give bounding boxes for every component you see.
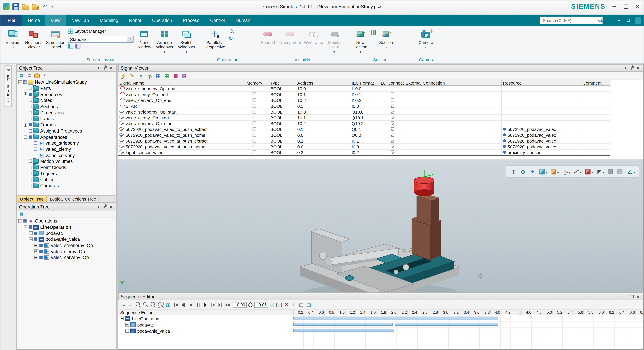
gantt-row[interactable] xyxy=(293,322,643,328)
relations-viewer-button[interactable]: Relations Viewer xyxy=(22,27,45,49)
tree-row[interactable]: Operations xyxy=(16,218,116,224)
tree-grid-icon[interactable]: ▦ xyxy=(19,211,24,217)
signal-toolbar-icon[interactable] xyxy=(164,72,170,79)
command-search[interactable] xyxy=(540,16,603,24)
column-header[interactable]: Address xyxy=(296,80,350,85)
simulation-monitor-tab[interactable]: Simulation Monitor xyxy=(4,65,12,106)
visibility-checkbox[interactable] xyxy=(28,184,32,187)
expander-icon[interactable] xyxy=(125,329,129,333)
tree-row[interactable]: Assigned Prototypes xyxy=(16,128,116,134)
plc-connection-checkbox[interactable] xyxy=(391,145,394,148)
tree-row[interactable]: Labels xyxy=(16,116,116,122)
tree-row[interactable]: valec_cerveny_Op xyxy=(16,255,116,261)
layout-manager-toggle[interactable]: Layout Manager xyxy=(68,28,134,34)
visibility-checkbox[interactable] xyxy=(28,99,32,102)
viewport-tool-icon[interactable] xyxy=(596,168,602,175)
signal-row[interactable]: valec_strieborny_Op_start BOOL 10.0 Q10.… xyxy=(118,109,610,115)
viewport-tool-icon[interactable] xyxy=(573,168,580,175)
memory-checkbox[interactable] xyxy=(252,86,256,90)
column-header[interactable]: IEC Format xyxy=(350,80,381,85)
viewport-tool[interactable] xyxy=(584,168,593,175)
sequence-toolbar-icon[interactable] xyxy=(306,302,312,308)
tree-row[interactable]: Sections xyxy=(16,103,116,109)
signal-row[interactable]: Light_sensor_valec BOOL 0.2 I0.2 proximi… xyxy=(118,150,610,155)
plc-connection-checkbox[interactable] xyxy=(391,116,394,119)
expander-icon[interactable] xyxy=(34,256,38,259)
viewport-tool[interactable] xyxy=(529,168,536,175)
expander-icon[interactable] xyxy=(29,231,33,235)
section-settings-icon[interactable] xyxy=(371,30,376,35)
mdi-restore-button[interactable]: ❐ xyxy=(625,17,632,23)
plc-connection-checkbox[interactable] xyxy=(391,92,394,96)
ribbon-tab[interactable]: Operation xyxy=(146,15,178,26)
visibility-checkbox[interactable] xyxy=(34,154,37,157)
viewers-button[interactable]: Viewers xyxy=(4,27,22,50)
plc-connection-checkbox[interactable] xyxy=(391,133,394,137)
chevron-down-icon[interactable] xyxy=(603,168,604,175)
gantt-bar[interactable] xyxy=(293,317,498,319)
viewport-tool-icon[interactable] xyxy=(617,168,623,175)
chevron-down-icon[interactable] xyxy=(569,168,570,175)
tree-row[interactable]: Motion Volumes xyxy=(16,158,116,164)
expander-icon[interactable] xyxy=(34,250,38,253)
plc-connection-checkbox[interactable] xyxy=(391,86,394,90)
sequence-toolbar-icon[interactable] xyxy=(135,302,142,308)
tree-row[interactable]: valec_strieborny_Op xyxy=(16,242,116,248)
mdi-close-button[interactable]: ✕ xyxy=(635,17,641,23)
close-icon[interactable] xyxy=(108,65,114,71)
tree-snapshot-icon[interactable]: ▤ xyxy=(26,72,32,78)
memory-checkbox[interactable] xyxy=(252,104,256,108)
signal-toolbar-icon[interactable] xyxy=(129,72,135,79)
expander-icon[interactable] xyxy=(24,225,27,229)
viewport-tool[interactable] xyxy=(510,168,517,175)
column-header[interactable]: PLC Connectio xyxy=(381,80,404,85)
signal-row[interactable]: valec_cerveny_Op_start BOOL 10.2 Q10.2 xyxy=(118,121,610,126)
viewport-tool-icon[interactable] xyxy=(626,168,633,175)
maximize-button[interactable] xyxy=(623,4,629,9)
camera-button[interactable]: Camera xyxy=(414,27,438,50)
sequence-toolbar-icon[interactable] xyxy=(172,302,179,308)
ribbon-tab[interactable]: New Tab xyxy=(66,15,94,26)
search-input[interactable] xyxy=(542,18,598,23)
visibility-checkbox[interactable] xyxy=(28,172,32,175)
graphic-viewer[interactable]: Y xyxy=(118,160,644,293)
viewport-tool[interactable] xyxy=(539,168,548,175)
signal-toolbar-icon[interactable] xyxy=(155,72,161,79)
undo-icon[interactable]: ↶ xyxy=(42,3,48,10)
tree-row[interactable]: Appearances xyxy=(16,134,116,140)
gantt-chart[interactable] xyxy=(293,315,643,349)
sequence-toolbar-icon[interactable] xyxy=(195,302,201,308)
sequence-toolbar-icon[interactable] xyxy=(128,302,134,308)
chevron-down-icon[interactable] xyxy=(546,168,548,175)
ribbon-tab[interactable]: Modeling xyxy=(94,15,124,26)
sequence-toolbar-icon[interactable] xyxy=(276,302,282,308)
viewport-tool[interactable] xyxy=(562,168,570,175)
memory-checkbox[interactable] xyxy=(252,98,256,102)
tree-row[interactable]: LineOperation xyxy=(16,224,116,230)
wireframe-button[interactable]: Wireframe xyxy=(302,27,325,45)
zoom-tool-icon[interactable] xyxy=(230,29,233,33)
chevron-down-icon[interactable] xyxy=(634,168,635,175)
viewport-tool-icon[interactable] xyxy=(562,168,568,175)
viewport-tool[interactable] xyxy=(607,168,614,175)
viewport-tool-icon[interactable] xyxy=(607,168,614,175)
simulation-time-field[interactable]: 0.00 xyxy=(232,302,246,308)
expander-icon[interactable] xyxy=(125,323,129,327)
signal-row[interactable]: 5072920_podavac_valec_at_push_extract BO… xyxy=(118,138,610,144)
close-icon[interactable] xyxy=(635,294,641,299)
tree-row[interactable]: valec_cerveny xyxy=(16,152,116,158)
signal-toolbar-icon[interactable] xyxy=(146,72,153,79)
sequence-tree-row[interactable]: podavac xyxy=(118,322,293,328)
minimize-button[interactable] xyxy=(611,4,617,9)
plc-connection-checkbox[interactable] xyxy=(391,139,394,143)
ribbon-tab[interactable]: View xyxy=(45,15,66,26)
restore-icon[interactable] xyxy=(629,294,634,299)
sequence-tree-row[interactable]: podavanie_valca xyxy=(118,328,293,334)
expander-icon[interactable] xyxy=(18,219,22,223)
ribbon-tab[interactable]: Robot xyxy=(124,15,146,26)
grid-layout-icon[interactable] xyxy=(68,44,73,48)
tree-row[interactable]: New LineSimulationStudy xyxy=(16,79,116,85)
tree-row[interactable]: valec_cierny xyxy=(16,146,116,152)
viewport-tool[interactable] xyxy=(617,168,623,175)
close-icon[interactable] xyxy=(635,65,641,71)
